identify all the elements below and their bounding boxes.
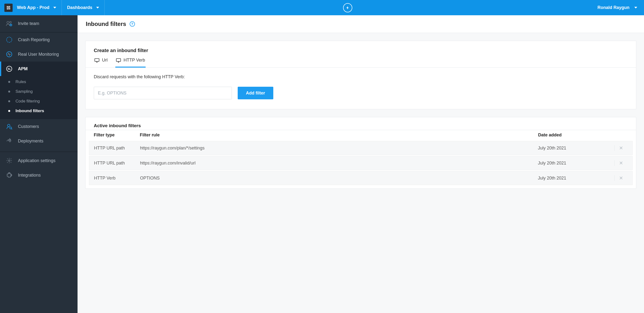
sidebar-item-crash-reporting[interactable]: Crash Reporting <box>0 32 78 47</box>
sidebar-subitem-sampling[interactable]: Sampling <box>0 87 78 96</box>
cell-filter-type: HTTP URL path <box>94 160 140 166</box>
sidebar-item-customers[interactable]: Customers <box>0 119 78 134</box>
sidebar-subitem-label: Rules <box>16 80 26 84</box>
cell-filter-rule: https://raygun.com/invalid/url <box>140 160 538 166</box>
sidebar-item-label: Customers <box>18 124 39 129</box>
gear-icon <box>6 157 12 164</box>
bullet-icon <box>8 81 10 83</box>
sidebar-invite-team[interactable]: Invite team <box>0 15 78 32</box>
cell-filter-type: HTTP Verb <box>94 176 140 181</box>
sidebar-item-deployments[interactable]: Deployments <box>0 134 78 148</box>
page-title: Inbound filters <box>86 20 126 28</box>
cell-filter-rule: https://raygun.com/plan/*/settings <box>140 146 538 151</box>
svg-point-4 <box>6 37 12 42</box>
tab-http-verb-label: HTTP Verb <box>124 58 145 63</box>
add-filter-button[interactable]: Add filter <box>238 87 273 99</box>
close-icon: ✕ <box>619 175 623 181</box>
cell-filter-rule: OPTIONS <box>140 176 538 181</box>
topbar: Web App - Prod Dashboards Ronald Raygun <box>0 0 644 15</box>
chevron-down-icon <box>53 7 56 8</box>
sidebar-subitem-label: Inbound filters <box>16 108 44 114</box>
rocket-icon <box>6 138 12 144</box>
sidebar-apm-subgroup: Rules Sampling Code filtering Inbound fi… <box>0 76 78 119</box>
chevron-down-icon <box>96 7 99 8</box>
table-row: HTTP Verb OPTIONS July 20th 2021 ✕ <box>89 171 632 185</box>
cell-filter-type: HTTP URL path <box>94 146 140 151</box>
active-filters-heading: Active inbound filters <box>86 117 636 130</box>
puzzle-icon <box>6 172 12 178</box>
sidebar-item-rum[interactable]: Real User Monitoring <box>0 47 78 62</box>
svg-point-8 <box>10 127 12 129</box>
pulse-circle-icon <box>6 51 12 58</box>
delete-filter-button[interactable]: ✕ <box>614 160 628 166</box>
delete-filter-button[interactable]: ✕ <box>614 145 628 151</box>
dashboards-menu[interactable]: Dashboards <box>62 0 105 15</box>
close-icon: ✕ <box>619 145 623 151</box>
sidebar-invite-label: Invite team <box>18 21 39 26</box>
bug-target-icon <box>6 36 12 43</box>
sidebar-subitem-code-filtering[interactable]: Code filtering <box>0 96 78 106</box>
http-verb-input[interactable] <box>94 87 232 99</box>
dashboards-label: Dashboards <box>67 5 92 10</box>
active-filters-card: Active inbound filters Filter type Filte… <box>85 117 636 189</box>
user-menu[interactable]: Ronald Raygun <box>591 0 644 15</box>
topbar-center <box>105 0 591 15</box>
sidebar-item-label: Real User Monitoring <box>18 52 59 57</box>
sidebar-item-app-settings[interactable]: Application settings <box>0 153 78 168</box>
create-filter-card: Create an inbound filter Url HTTP Verb D… <box>85 41 636 109</box>
app-logo-icon <box>4 4 12 12</box>
col-filter-rule: Filter rule <box>140 132 538 138</box>
app-name: Web App - Prod <box>17 5 50 10</box>
app-selector[interactable]: Web App - Prod <box>0 0 62 15</box>
filter-type-tabs: Url HTTP Verb <box>86 55 636 68</box>
person-search-icon <box>6 123 12 130</box>
sidebar-item-integrations[interactable]: Integrations <box>0 168 78 182</box>
gauge-icon <box>6 66 12 72</box>
chevron-down-icon <box>634 7 637 8</box>
tab-http-verb[interactable]: HTTP Verb <box>115 55 146 68</box>
svg-rect-14 <box>116 58 121 61</box>
monitor-icon <box>116 58 121 62</box>
sidebar-subitem-label: Sampling <box>16 89 33 94</box>
sidebar-item-label: Deployments <box>18 138 43 144</box>
help-icon[interactable]: ? <box>130 21 135 27</box>
svg-point-0 <box>8 7 9 8</box>
cell-date-added: July 20th 2021 <box>538 160 610 166</box>
svg-point-6 <box>6 66 12 72</box>
monitor-icon <box>94 58 100 62</box>
svg-point-7 <box>8 124 10 127</box>
sidebar-subitem-rules[interactable]: Rules <box>0 77 78 87</box>
sidebar-subitem-inbound-filters[interactable]: Inbound filters <box>0 106 78 116</box>
sidebar-item-label: Application settings <box>18 158 56 163</box>
active-filters-table-header: Filter type Filter rule Date added <box>89 130 632 141</box>
page-header: Inbound filters ? <box>78 15 644 33</box>
svg-point-2 <box>10 21 12 23</box>
bullet-icon <box>8 100 10 102</box>
user-name: Ronald Raygun <box>598 5 630 10</box>
table-row: HTTP URL path https://raygun.com/plan/*/… <box>89 141 632 155</box>
col-filter-type: Filter type <box>94 132 140 138</box>
people-plus-icon <box>6 20 12 27</box>
tab-url-label: Url <box>102 58 108 63</box>
sidebar-item-label: APM <box>18 66 28 72</box>
svg-point-9 <box>10 140 10 140</box>
svg-rect-13 <box>95 58 99 61</box>
bullet-icon <box>8 110 10 112</box>
main-content: Inbound filters ? Create an inbound filt… <box>78 15 644 313</box>
sidebar: Invite team Crash Reporting Real User Mo… <box>0 15 78 313</box>
sidebar-item-label: Integrations <box>18 173 41 178</box>
close-icon: ✕ <box>619 160 623 166</box>
sidebar-item-apm[interactable]: APM <box>0 62 78 76</box>
cell-date-added: July 20th 2021 <box>538 176 610 181</box>
sidebar-item-label: Crash Reporting <box>18 37 50 42</box>
col-date-added: Date added <box>538 132 611 138</box>
sidebar-subitem-label: Code filtering <box>16 99 40 104</box>
create-filter-heading: Create an inbound filter <box>94 48 628 53</box>
svg-point-1 <box>7 21 9 24</box>
tab-url[interactable]: Url <box>94 55 108 68</box>
bullet-icon <box>8 90 10 92</box>
delete-filter-button[interactable]: ✕ <box>614 175 628 181</box>
svg-point-10 <box>8 160 10 162</box>
cell-date-added: July 20th 2021 <box>538 146 610 151</box>
bolt-icon[interactable] <box>343 3 352 12</box>
